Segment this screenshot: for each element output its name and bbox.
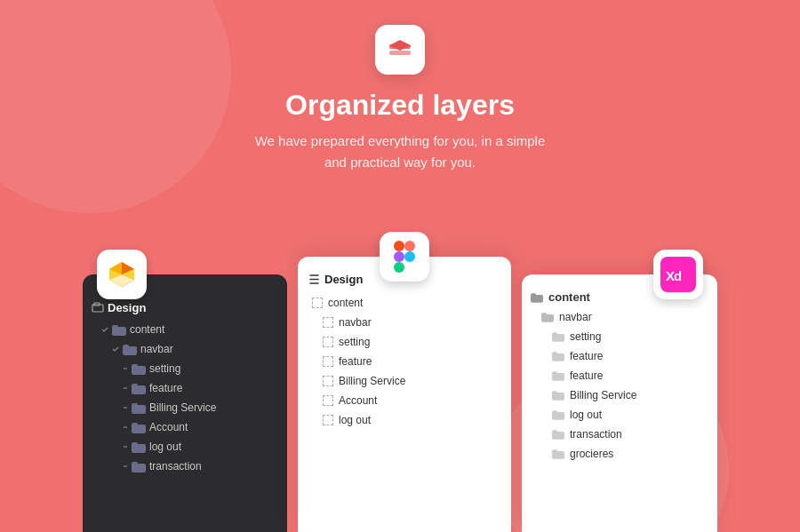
xd-account-row: Billing Service — [522, 385, 717, 405]
svg-rect-1 — [389, 51, 411, 55]
xd-setting-row: setting — [522, 327, 717, 346]
xd-card: Xd content navbar — [522, 274, 717, 532]
sketch-navbar-row: navbar — [83, 339, 287, 359]
xd-transaction-row: transaction — [522, 425, 717, 444]
figma-content-row: content — [298, 293, 511, 313]
xd-panel: content navbar setting — [522, 274, 717, 472]
sketch-billing-row: Billing Service — [83, 398, 287, 417]
xd-logout-row: log out — [522, 405, 717, 425]
sketch-transaction-row: transaction — [83, 457, 287, 476]
sketch-feature-row: feature — [83, 378, 287, 398]
figma-card: Design content navbar setting — [298, 257, 511, 532]
figma-logout-row: log out — [298, 410, 511, 430]
figma-badge — [380, 232, 429, 282]
svg-rect-16 — [394, 262, 404, 273]
app-icon — [375, 25, 425, 75]
xd-feature-row: feature — [522, 346, 717, 366]
sketch-logout-row: log out — [83, 437, 287, 457]
figma-account-row: Account — [298, 391, 511, 410]
cards-container: Design content — [0, 257, 800, 532]
svg-rect-12 — [394, 241, 404, 251]
xd-grocieres-row: grocieres — [522, 444, 717, 464]
sketch-setting-row: setting — [83, 359, 287, 378]
figma-setting-row: setting — [298, 332, 511, 352]
sketch-account-row: Account — [83, 417, 287, 437]
figma-navbar-row: navbar — [298, 313, 511, 332]
svg-rect-14 — [394, 251, 404, 262]
svg-rect-15 — [404, 251, 415, 262]
subtitle: We have prepared everything for you, in … — [255, 131, 546, 173]
sketch-panel: Design content — [83, 274, 287, 532]
header-section: Organized layers We have prepared everyt… — [0, 0, 800, 173]
figma-panel: Design content navbar setting — [298, 257, 511, 439]
xd-navbar-row: navbar — [522, 307, 717, 327]
main-title: Organized layers — [285, 89, 515, 122]
xd-billing-row: feature — [522, 366, 717, 385]
sketch-content-row: content — [83, 320, 287, 339]
svg-rect-13 — [404, 241, 415, 251]
sketch-card: Design content — [83, 274, 287, 532]
xd-badge: Xd — [653, 250, 703, 299]
figma-feature-row: feature — [298, 352, 511, 371]
figma-billing-row: Billing Service — [298, 371, 511, 391]
xd-logo: Xd — [660, 257, 696, 292]
svg-text:Xd: Xd — [666, 268, 682, 283]
sketch-badge — [97, 250, 147, 299]
